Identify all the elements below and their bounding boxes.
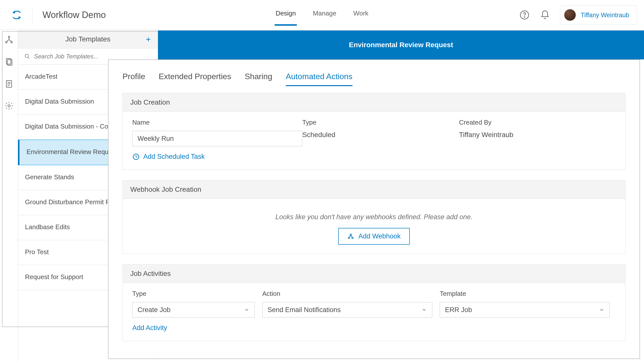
panel-tabs: Profile Extended Properties Sharing Auto… [122,72,626,86]
gear-icon[interactable] [4,101,14,110]
main-panel: Profile Extended Properties Sharing Auto… [108,59,640,359]
top-bar: Workflow Demo Design Manage Work Tiffany… [0,0,644,30]
help-icon[interactable] [519,9,530,20]
add-scheduled-task-label: Add Scheduled Task [143,153,205,161]
tab-extended-properties[interactable]: Extended Properties [159,72,231,86]
svg-point-2 [8,36,10,38]
chevron-down-icon [244,307,250,313]
section-header: Job Activities [123,265,625,283]
bell-icon[interactable] [540,9,550,20]
page-banner: Environmental Review Request [158,30,644,59]
app-logo-icon [11,9,22,20]
add-template-button[interactable]: + [146,34,151,44]
brand-block: Workflow Demo [0,7,106,22]
tab-manage[interactable]: Manage [312,5,337,26]
label-activity-type: Type [132,290,255,298]
activity-action-value: Send Email Notifications [268,306,341,314]
activity-action-select[interactable]: Send Email Notifications [262,302,432,318]
label-activity-template: Template [440,290,610,298]
value-created-by: Tiffany Weintraub [459,131,513,139]
user-menu[interactable]: Tiffany Weintraub [560,5,637,24]
label-name: Name [132,119,302,126]
activity-type-select[interactable]: Create Job [132,302,255,318]
top-nav-tabs: Design Manage Work [274,5,369,26]
chevron-down-icon [599,307,604,313]
svg-point-3 [6,41,7,43]
label-activity-action: Action [262,290,432,298]
app-title: Workflow Demo [42,10,106,20]
section-header: Webhook Job Creation [123,181,625,199]
section-job-activities: Job Activities Type Create Job Action Se… [122,264,626,341]
banner-title: Environmental Review Request [349,41,453,49]
value-type: Scheduled [302,131,335,139]
tab-sharing[interactable]: Sharing [245,72,272,86]
tab-automated-actions[interactable]: Automated Actions [286,72,352,86]
clock-icon [132,153,140,161]
svg-point-9 [25,54,28,57]
side-panel-header: Job Templates + [18,30,158,48]
document-icon[interactable] [4,79,14,88]
user-name: Tiffany Weintraub [581,11,629,19]
search-icon [24,53,30,60]
label-created-by: Created By [459,119,616,126]
svg-point-4 [11,41,12,43]
svg-point-8 [8,105,10,107]
left-rail [0,30,18,362]
webhook-icon [347,233,354,240]
svg-point-13 [350,234,352,235]
webhook-empty-text: Looks like you don't have any webhooks d… [132,206,616,228]
add-webhook-button[interactable]: Add Webhook [338,228,410,245]
side-panel-title: Job Templates [65,35,110,43]
search-input[interactable] [34,53,152,60]
chevron-down-icon [422,307,427,313]
tab-profile[interactable]: Profile [122,72,145,86]
add-scheduled-task-button[interactable]: Add Scheduled Task [132,153,616,161]
section-webhook: Webhook Job Creation Looks like you don'… [122,180,626,254]
templates-icon[interactable] [4,57,14,66]
tab-design[interactable]: Design [274,5,297,26]
add-activity-button[interactable]: Add Activity [132,324,616,332]
activity-type-value: Create Job [138,306,170,314]
top-right-cluster: Tiffany Weintraub [519,0,637,30]
name-input[interactable] [132,131,302,146]
label-type: Type [302,119,459,126]
add-webhook-label: Add Webhook [358,232,400,240]
tab-work[interactable]: Work [352,5,369,26]
section-job-creation: Job Creation Name Type Scheduled Created… [122,93,626,170]
avatar [564,9,576,21]
section-header: Job Creation [123,93,625,112]
activity-template-select[interactable]: ERR Job [440,302,610,318]
diagram-icon[interactable] [4,35,14,44]
activity-template-value: ERR Job [445,306,472,314]
add-activity-label: Add Activity [132,324,167,332]
svg-point-1 [524,17,525,17]
